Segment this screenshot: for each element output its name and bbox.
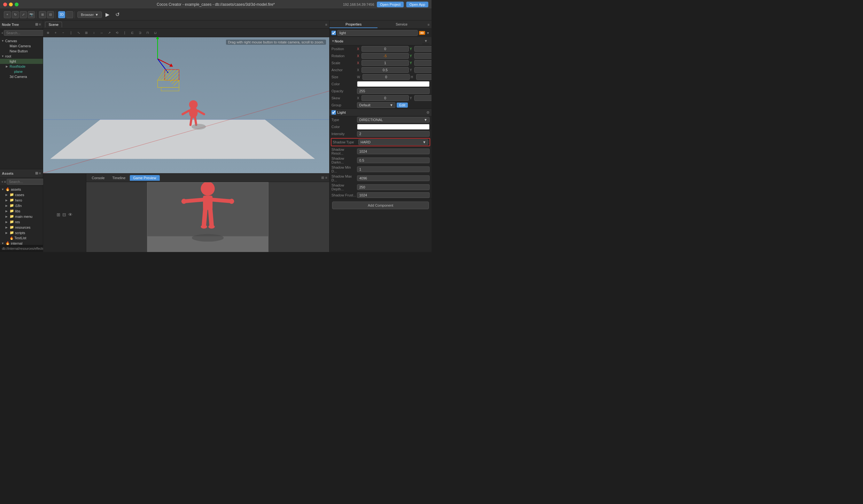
scene-move-tool[interactable]: ⊕ [45, 30, 51, 36]
asset-res[interactable]: ▶ 📁 res [0, 219, 43, 224]
group-dropdown[interactable]: Default ▼ [357, 102, 396, 108]
tree-item-rootnode[interactable]: ▶ RootNode [0, 64, 43, 69]
add-component-button[interactable]: Add Component [332, 202, 429, 209]
light-type-dropdown[interactable]: DIRECTIONAL ▼ [357, 117, 429, 122]
light-color-swatch[interactable] [357, 124, 429, 130]
open-project-button[interactable]: Open Project [377, 2, 404, 7]
node-tree-icon1[interactable]: ⊞ [35, 22, 38, 26]
scene-align4[interactable]: ⊔ [152, 30, 159, 36]
node-tree-icon2[interactable]: ≡ [39, 22, 41, 26]
anchor-y-input[interactable] [414, 67, 432, 73]
asset-assets[interactable]: ▼ 🔥 assets [0, 186, 43, 192]
maximize-button[interactable] [15, 2, 18, 7]
size-w-input[interactable] [362, 74, 410, 80]
node-color-swatch[interactable] [357, 81, 429, 87]
close-button[interactable] [3, 2, 7, 7]
assets-bottom-icon2[interactable]: ⊟ [62, 212, 66, 217]
camera-icon[interactable]: 📷 [28, 11, 35, 18]
minimize-button[interactable] [9, 2, 13, 7]
shadow-max-input[interactable] [357, 175, 429, 181]
scale-x-input[interactable] [362, 60, 409, 66]
tree-item-newbutton[interactable]: New Button [0, 49, 43, 54]
shadow-resol-input[interactable] [357, 148, 429, 154]
node-section-header[interactable]: ▼ Node ▼ [329, 37, 432, 46]
plus-icon[interactable]: + [1, 31, 3, 35]
scene-align3[interactable]: ⊓ [144, 30, 151, 36]
layout-icon[interactable]: ⊞ [39, 11, 46, 18]
rotation-x-input[interactable] [362, 53, 409, 59]
assets-icon1[interactable]: ⊞ [35, 171, 38, 175]
scene-tool4[interactable]: ↔ [98, 30, 105, 36]
open-app-button[interactable]: Open App [406, 2, 428, 7]
tree-item-3dcamera[interactable]: 3d Camera [0, 74, 43, 79]
properties-menu-icon[interactable]: ≡ [426, 23, 432, 26]
shadow-darkn-input[interactable] [357, 157, 429, 163]
properties-tab[interactable]: Properties [329, 21, 377, 28]
scene-tool5[interactable]: ↗ [106, 30, 113, 36]
tree-item-root[interactable]: ▼ root [0, 54, 43, 59]
scene-tab[interactable]: Scene [45, 22, 62, 27]
scene-zoom-out-tool[interactable]: − [60, 30, 67, 36]
tree-item-light[interactable]: light [0, 59, 43, 64]
scene-zoom-in-tool[interactable]: + [52, 30, 59, 36]
scene-align2[interactable]: ⊐ [137, 30, 143, 36]
assets-sort-icon[interactable]: ≡ [4, 180, 6, 184]
asset-cases[interactable]: ▶ 📁 cases [0, 192, 43, 197]
asset-hero[interactable]: ▶ 📁 hero [0, 197, 43, 203]
move-icon[interactable]: ⤢ [20, 11, 27, 18]
tree-item-plane[interactable]: plane [0, 69, 43, 74]
asset-scripts[interactable]: ▶ 📁 scripts [0, 230, 43, 235]
browser-button[interactable]: Browser ▼ [77, 12, 102, 18]
light-gear-icon[interactable]: ⚙ [426, 111, 429, 115]
layout2-icon[interactable]: ⊟ [47, 11, 54, 18]
node-expand-arrow[interactable]: ▼ [426, 31, 429, 35]
assets-icon2[interactable]: ≡ [39, 171, 41, 175]
bottom-menu-icon[interactable]: ≡ [325, 176, 327, 180]
play-button[interactable]: ▶ [103, 10, 112, 19]
opacity-input[interactable] [357, 88, 429, 94]
light-intensity-input[interactable] [357, 131, 429, 137]
console-tab[interactable]: Console [88, 175, 108, 181]
position-y-input[interactable] [414, 46, 432, 52]
assets-add-icon[interactable]: + [1, 180, 3, 184]
scene-tool3[interactable]: ↕ [90, 30, 98, 36]
shadow-frust-input[interactable] [357, 192, 429, 198]
asset-internal[interactable]: ▼ 🔥 internal [0, 241, 43, 245]
refresh-icon[interactable]: ↻ [12, 11, 19, 18]
size-h-input[interactable] [416, 74, 432, 80]
asset-i18n[interactable]: ▶ 📁 i18n [0, 203, 43, 208]
refresh-play-button[interactable]: ↺ [113, 10, 122, 19]
skew-y-input[interactable] [414, 95, 432, 101]
scale-y-input[interactable] [414, 60, 432, 66]
anchor-x-input[interactable] [362, 67, 409, 73]
assets-bottom-icon1[interactable]: ⊞ [57, 212, 60, 217]
shadow-min-input[interactable] [357, 166, 429, 172]
scene-tool1[interactable]: ⤡ [75, 30, 82, 36]
2d-mode-icon[interactable] [66, 11, 73, 18]
scene-tool2[interactable]: ⊞ [83, 30, 90, 36]
shadow-type-dropdown[interactable]: HARD ▼ [358, 139, 428, 145]
game-preview-tab[interactable]: Game Preview [130, 175, 160, 181]
tree-item-canvas[interactable]: ▼ Canvas [0, 38, 43, 43]
scene-expand-icon[interactable]: ≡ [325, 23, 327, 26]
shadow-depth-input[interactable] [357, 184, 429, 190]
3d-mode-icon[interactable]: 3D [58, 11, 65, 18]
skew-x-input[interactable] [362, 95, 409, 101]
asset-libs[interactable]: ▶ 📁 libs [0, 208, 43, 214]
group-edit-button[interactable]: Edit [397, 103, 408, 108]
rotation-y-input[interactable] [414, 53, 432, 59]
light-enabled-checkbox[interactable] [332, 110, 336, 115]
asset-resources[interactable]: ▶ 📁 resources [0, 224, 43, 230]
asset-mainmenu[interactable]: ▶ 📁 main menu [0, 214, 43, 219]
timeline-tab[interactable]: Timeline [109, 175, 129, 181]
position-x-input[interactable] [362, 46, 409, 52]
service-tab[interactable]: Service [377, 21, 425, 28]
node-active-checkbox[interactable] [332, 31, 336, 35]
bottom-expand-icon[interactable]: ⊞ [321, 176, 324, 180]
add-tool-icon[interactable]: + [4, 11, 11, 18]
scene-tool6[interactable]: ⟲ [113, 30, 121, 36]
node-name-input[interactable] [337, 30, 418, 36]
scene-view[interactable]: Drag with right mouse button to rotate c… [43, 37, 329, 173]
assets-bottom-icon3[interactable]: 👁 [68, 212, 73, 217]
tree-item-maincamera[interactable]: Main Camera [0, 43, 43, 49]
